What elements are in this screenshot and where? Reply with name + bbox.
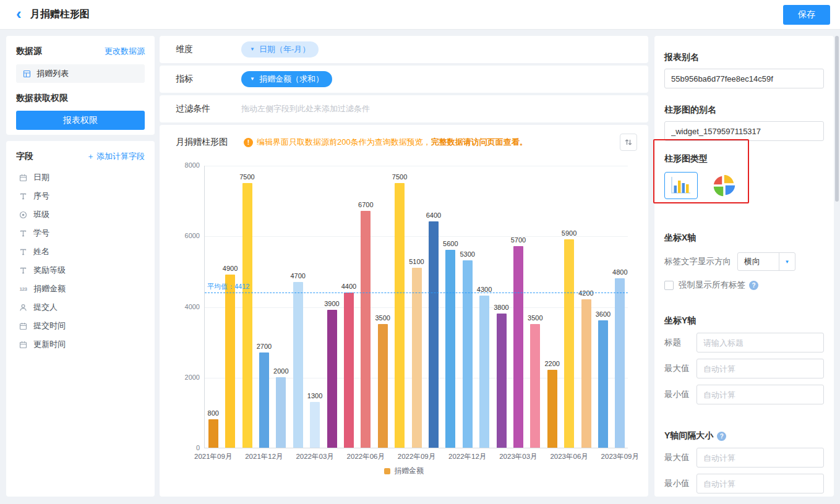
bar — [598, 320, 608, 448]
bar — [497, 314, 507, 448]
option-field-icon — [19, 211, 28, 219]
field-label: 序号 — [33, 190, 49, 202]
y-tick-label: 2000 — [171, 374, 200, 381]
chart-alias-input[interactable] — [664, 121, 824, 141]
label-direction-label: 标签文字显示方向 — [664, 256, 731, 267]
help-icon[interactable]: ? — [749, 281, 758, 290]
field-item[interactable]: 姓名 — [16, 242, 145, 261]
field-item[interactable]: 123捐赠金额 — [16, 280, 145, 298]
text-field-icon — [19, 192, 28, 200]
bar-value-label: 5900 — [551, 229, 588, 237]
report-permission-button[interactable]: 报表权限 — [16, 111, 145, 130]
y-axis-title-input[interactable] — [696, 333, 824, 352]
bar — [395, 183, 405, 448]
y-max-label: 最大值 — [664, 363, 696, 374]
change-datasource-link[interactable]: 更改数据源 — [105, 46, 145, 57]
bar — [344, 293, 354, 448]
field-label: 班级 — [33, 209, 49, 220]
y-axis-min-input[interactable] — [696, 385, 824, 404]
save-button[interactable]: 保存 — [783, 5, 830, 25]
field-item[interactable]: 班级 — [16, 205, 145, 224]
datasource-item[interactable]: 捐赠列表 — [16, 64, 145, 83]
bar — [479, 296, 489, 448]
back-icon[interactable]: ‹ — [16, 7, 22, 20]
chart-legend[interactable]: 捐赠金额 — [384, 466, 424, 476]
interval-max-input[interactable] — [696, 448, 824, 468]
help-icon[interactable]: ? — [717, 432, 726, 441]
y-axis-title: 坐标Y轴 — [664, 315, 824, 327]
interval-max-row: 最大值 — [664, 448, 824, 468]
field-label: 奖励等级 — [33, 265, 66, 276]
y-min-label: 最小值 — [664, 389, 696, 400]
metric-tag[interactable]: ▼ 捐赠金额（求和） — [241, 71, 332, 87]
bar-value-label: 6400 — [415, 211, 452, 219]
metric-row: 指标 ▼ 捐赠金额（求和） — [160, 66, 648, 93]
field-label: 提交人 — [33, 302, 58, 313]
field-item[interactable]: 学号 — [16, 224, 145, 242]
fields-panel: 字段 ＋ 添加计算字段 日期序号班级学号姓名奖励等级123捐赠金额提交人提交时间… — [6, 141, 155, 497]
field-item[interactable]: 序号 — [16, 187, 145, 205]
permission-title: 数据获取权限 — [16, 93, 145, 104]
warning-link[interactable]: 完整数据请访问页面查看。 — [431, 137, 528, 147]
bar — [293, 282, 303, 448]
field-label: 捐赠金额 — [33, 283, 66, 294]
add-calc-field-link[interactable]: ＋ 添加计算字段 — [87, 151, 145, 162]
field-item[interactable]: 提交人 — [16, 298, 145, 317]
filter-row[interactable]: 过滤条件 拖动左侧字段到此处来添加过滤条件 — [160, 95, 648, 122]
scrollbar-thumb[interactable] — [835, 36, 839, 202]
bar-value-label: 4800 — [601, 268, 638, 276]
bar — [310, 402, 320, 448]
chart-type-selector — [664, 172, 824, 199]
datasource-name: 捐赠列表 — [36, 68, 69, 79]
field-item[interactable]: 日期 — [16, 168, 145, 187]
bar — [378, 324, 388, 448]
x-tick-label: 2021年12月 — [236, 452, 293, 461]
sort-button[interactable] — [620, 134, 637, 151]
bar — [615, 278, 625, 448]
interval-max-label: 最大值 — [664, 452, 696, 463]
filter-label: 过滤条件 — [160, 103, 241, 114]
average-line — [205, 293, 628, 293]
chart-type-title: 柱形图类型 — [664, 153, 824, 164]
y-tick-label: 8000 — [171, 161, 200, 169]
caret-down-icon: ▼ — [250, 47, 255, 52]
bar — [208, 419, 218, 448]
dimension-tag[interactable]: ▼ 日期（年-月） — [241, 41, 319, 58]
chart-alias-title: 柱形图的别名 — [664, 105, 824, 116]
force-labels-checkbox[interactable] — [664, 281, 674, 290]
label-direction-select[interactable]: 横向 ▼ — [737, 252, 795, 271]
report-alias-title: 报表别名 — [664, 52, 824, 63]
legend-label: 捐赠金额 — [394, 466, 424, 476]
y-tick-label: 4000 — [171, 303, 200, 310]
report-alias-input[interactable] — [664, 69, 824, 88]
x-axis-title: 坐标X轴 — [664, 233, 824, 244]
field-item[interactable]: 奖励等级 — [16, 261, 145, 280]
field-item[interactable]: 提交时间 — [16, 317, 145, 335]
bar-value-label: 7500 — [381, 173, 418, 181]
pie-chart-type-button[interactable] — [708, 172, 741, 199]
dimension-label: 维度 — [160, 44, 241, 55]
bar-value-label: 6700 — [347, 201, 384, 208]
bar-value-label: 7500 — [229, 173, 266, 181]
bar — [242, 183, 252, 448]
user-field-icon — [19, 304, 28, 312]
y-title-label: 标题 — [664, 337, 696, 348]
bar-chart-icon — [670, 176, 692, 195]
y-axis-max-input[interactable] — [696, 359, 824, 378]
interval-min-row: 最小值 — [664, 474, 824, 493]
field-item[interactable]: 更新时间 — [16, 335, 145, 354]
label-direction-row: 标签文字显示方向 横向 ▼ — [664, 252, 824, 271]
x-tick-label: 2023年03月 — [490, 452, 547, 461]
interval-min-input[interactable] — [696, 474, 824, 493]
date-field-icon — [19, 341, 28, 349]
field-list: 日期序号班级学号姓名奖励等级123捐赠金额提交人提交时间更新时间 — [16, 168, 145, 354]
bar-chart-type-button[interactable] — [664, 172, 698, 199]
chart-header: 月捐赠柱形图 ! 编辑界面只取数据源前200条作为查询数据预览，完整数据请访问页… — [160, 125, 648, 160]
worksheet-icon — [22, 70, 32, 78]
bar-value-label: 4700 — [280, 272, 317, 280]
chevron-down-icon: ▼ — [779, 253, 795, 270]
y-title-row: 标题 — [664, 333, 824, 352]
x-tick-label: 2021年09月 — [185, 452, 242, 461]
bar-value-label: 2700 — [246, 343, 283, 350]
bar — [276, 377, 286, 448]
